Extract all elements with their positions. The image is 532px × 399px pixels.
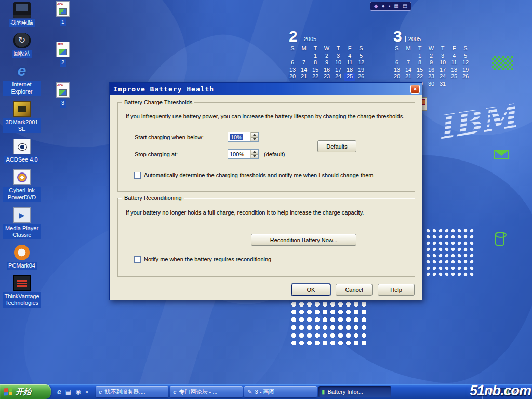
task-label: Battery Infor... (327, 389, 363, 395)
display-icon[interactable]: ▦ (394, 4, 398, 9)
start-label: 开始 (16, 387, 31, 397)
stop-threshold-value[interactable]: 100% (228, 150, 250, 158)
task-battery[interactable]: ▮Battery Infor... (318, 386, 391, 397)
desktop-file-2[interactable]: JPG2 (54, 42, 72, 66)
calendar-day: 23 (425, 73, 437, 81)
mail-icon (494, 150, 509, 159)
desktop-icon-3dmark[interactable]: 3DMark2001 SE (3, 101, 41, 133)
jpg-file-icon: JPG (56, 1, 70, 17)
task-ie2[interactable]: e专门网论坛 - ... (170, 386, 243, 397)
desktop-icon-my-computer[interactable]: 我的电脑 (9, 2, 35, 27)
close-icon[interactable]: × (410, 85, 420, 94)
overflow-chevron[interactable]: » (85, 388, 89, 395)
notify-reconditioning-checkbox[interactable] (134, 256, 141, 263)
calendar-day: 26 (460, 73, 471, 81)
calendar-day: 17 (437, 66, 448, 74)
spinner-arrows (250, 132, 258, 141)
defaults-button[interactable]: Defaults (317, 140, 356, 152)
jpg-badge: JPG (57, 83, 63, 86)
calendar-day: 26 (355, 73, 367, 81)
calendar-day: 16 (425, 66, 437, 74)
volume-icon[interactable]: ● (382, 4, 385, 9)
spin-down-icon[interactable] (251, 154, 258, 159)
spin-up-icon[interactable] (251, 132, 258, 137)
desktop-file-1[interactable]: JPG1 (54, 1, 72, 26)
start-threshold-spinner[interactable]: 10% (228, 132, 259, 142)
calendar-day: 7 (298, 59, 310, 66)
cancel-button[interactable]: Cancel (336, 284, 373, 296)
windows-logo-icon (4, 388, 12, 395)
calendar-day: 22 (414, 73, 425, 81)
auto-determine-checkbox[interactable] (134, 172, 141, 179)
task-ie[interactable]: e找不到服务器.... (96, 386, 168, 397)
calendar-month-number: 2 (289, 29, 298, 44)
start-button[interactable]: 开始 (0, 384, 51, 399)
desktop-icon-label: Internet Explorer (3, 81, 41, 95)
spin-down-icon[interactable] (251, 137, 258, 142)
desktop-icon-thinkvantage[interactable]: ThinkVantage Technologies (3, 275, 41, 307)
desktop-icon-pcmark[interactable]: PCMark04 (7, 245, 37, 270)
calendar-day: 14 (298, 66, 310, 74)
media-player-icon[interactable]: ◉ (75, 388, 81, 395)
media-player-classic-icon (13, 207, 31, 223)
jpg-file-icon: JPG (56, 42, 70, 57)
battery-reconditioning-group-title: Battery Reconditioning (122, 195, 184, 201)
desktop-icon-internet-explorer[interactable]: Internet Explorer (3, 63, 41, 95)
reconditioning-description: If your battery no longer holds a full c… (126, 209, 364, 216)
improve-battery-health-dialog: Improve Battery Health × Battery Charge … (109, 82, 422, 300)
spin-up-icon[interactable] (251, 150, 258, 154)
calendar-day (298, 52, 310, 60)
day-of-week-header: W (321, 45, 332, 52)
calendar-day: 15 (310, 66, 321, 74)
calendar-day: 13 (391, 66, 403, 74)
calendar-day: 23 (321, 73, 332, 81)
day-of-week-header: T (332, 45, 344, 52)
calendar-day (460, 81, 471, 88)
calendar-day: 15 (414, 66, 425, 74)
day-of-week-header: S (287, 45, 298, 52)
task-label: 3 - 画图 (255, 388, 275, 396)
stop-threshold-spinner[interactable]: 100% (228, 149, 259, 159)
desktop-icon-recycle-bin[interactable]: 回收站 (12, 33, 32, 58)
internet-explorer-icon (13, 63, 31, 79)
desktop-file-3[interactable]: JPG3 (54, 82, 72, 107)
power-icon[interactable]: ▪ (389, 4, 391, 9)
jpg-thumbnail (59, 89, 67, 96)
calendar-day: 30 (425, 81, 437, 88)
presentation-icon[interactable]: ◆ (374, 4, 378, 9)
keyboard-icon[interactable]: ▤ (403, 4, 407, 9)
calendar-month-number: 3 (393, 29, 402, 44)
desktop-icon-label: PCMark04 (7, 262, 37, 270)
quick-launch: e▤◉» (51, 384, 94, 399)
calendar-day: 5 (460, 52, 471, 60)
task-paint[interactable]: ✎3 - 画图 (244, 386, 317, 397)
dialog-title-bar[interactable]: Improve Battery Health × (110, 83, 422, 95)
dot-pattern (290, 300, 369, 347)
desktop-icon-label: 3DMark2001 SE (3, 118, 41, 133)
desktop-icon-powerdvd[interactable]: CyberLink PowerDVD (3, 169, 41, 201)
day-of-week-header: F (344, 45, 355, 52)
calendar-day: 10 (437, 59, 448, 66)
desktop-icon-media-player-classic[interactable]: Media Player Classic (3, 207, 41, 239)
calendar-day: 18 (448, 66, 460, 74)
calendar-day: 16 (321, 66, 332, 74)
start-threshold-value[interactable]: 10% (228, 132, 250, 141)
recondition-battery-button[interactable]: Recondition Battery Now... (251, 234, 356, 246)
calendar-day: 9 (425, 59, 437, 66)
default-note: (default) (264, 151, 285, 157)
task-buttons: e找不到服务器....e专门网论坛 - ...✎3 - 画图▮Battery I… (94, 384, 391, 399)
calendar-day: 25 (344, 73, 355, 81)
ok-button[interactable]: OK (291, 284, 330, 296)
desktop-icon-acdsee[interactable]: ACDSee 4.0 (4, 139, 39, 164)
internet-explorer-icon[interactable]: e (57, 388, 61, 396)
show-desktop-icon[interactable]: ▤ (65, 388, 71, 395)
help-button[interactable]: Help (378, 284, 415, 296)
task-label: 找不到服务器.... (104, 388, 145, 396)
calendar-day: 24 (332, 73, 344, 81)
calendar-day: 11 (344, 59, 355, 66)
desktop-icon-label: ThinkVantage Technologies (3, 292, 41, 307)
grid-icon (492, 56, 513, 70)
auto-determine-label: Automatically determine the charging thr… (144, 172, 373, 178)
calendar-day: 6 (391, 59, 403, 66)
day-of-week-header: S (355, 45, 367, 52)
